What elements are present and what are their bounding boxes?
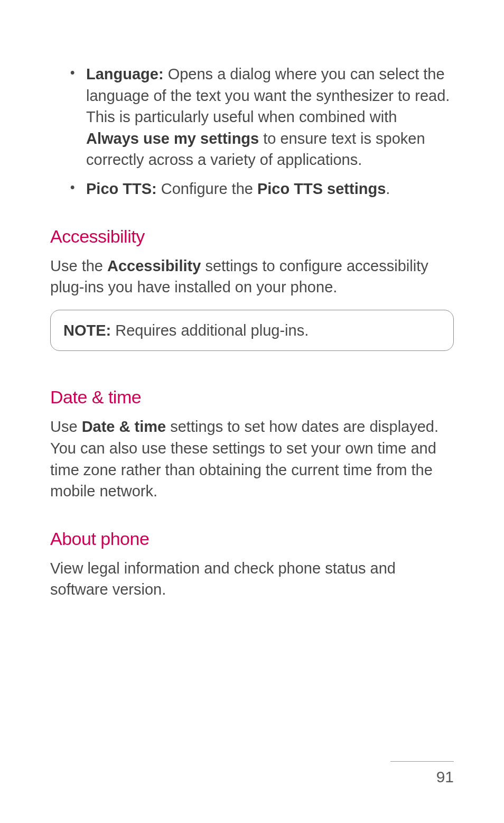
page-number-area: 91	[390, 761, 454, 786]
heading-accessibility: Accessibility	[50, 226, 454, 247]
bullet-text-after: .	[386, 180, 390, 197]
section-accessibility: Accessibility Use the Accessibility sett…	[50, 226, 454, 352]
bullet-label: Pico TTS:	[86, 180, 157, 197]
note-label: NOTE:	[63, 322, 111, 339]
note-box: NOTE: Requires additional plug-ins.	[50, 310, 454, 352]
paragraph-accessibility: Use the Accessibility settings to config…	[50, 255, 454, 298]
heading-datetime: Date & time	[50, 387, 454, 408]
para-bold: Date & time	[82, 418, 166, 435]
bullet-bold-mid: Always use my settings	[86, 130, 259, 147]
bullet-text-before: Configure the	[157, 180, 257, 197]
bullet-item-pico-tts: Pico TTS: Configure the Pico TTS setting…	[70, 178, 454, 200]
note-text: Requires additional plug-ins.	[111, 322, 309, 339]
para-text-before: Use the	[50, 257, 107, 274]
bullet-bold-mid: Pico TTS settings	[257, 180, 386, 197]
para-bold: Accessibility	[107, 257, 201, 274]
section-aboutphone: About phone View legal information and c…	[50, 529, 454, 600]
bullet-label: Language:	[86, 66, 164, 82]
page-number-divider	[390, 761, 454, 762]
note-content: NOTE: Requires additional plug-ins.	[63, 320, 441, 341]
page-content: Language: Opens a dialog where you can s…	[0, 0, 504, 600]
heading-aboutphone: About phone	[50, 529, 454, 549]
paragraph-datetime: Use Date & time settings to set how date…	[50, 416, 454, 502]
paragraph-aboutphone: View legal information and check phone s…	[50, 558, 454, 600]
bullet-list: Language: Opens a dialog where you can s…	[50, 63, 454, 200]
bullet-item-language: Language: Opens a dialog where you can s…	[70, 63, 454, 171]
page-number: 91	[390, 768, 454, 786]
section-datetime: Date & time Use Date & time settings to …	[50, 387, 454, 502]
para-text-before: Use	[50, 418, 82, 435]
